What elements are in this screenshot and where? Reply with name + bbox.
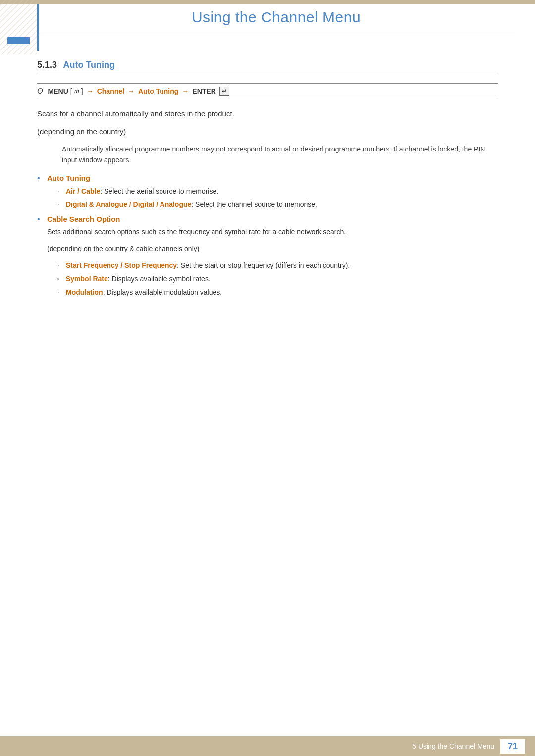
- sub-item-symbol-rate: Symbol Rate: Displays available symbol r…: [57, 274, 498, 284]
- section-title: Auto Tuning: [63, 60, 115, 70]
- sub-item-digital-analogue: Digital & Analogue / Digital / Analogue:…: [57, 200, 498, 210]
- air-cable-highlight: Air / Cable: [66, 187, 100, 195]
- cable-search-desc2: (depending on the country & cable channe…: [47, 243, 498, 254]
- left-accent-bar: [37, 4, 39, 51]
- sub-item-start-freq: Start Frequency / Stop Frequency: Set th…: [57, 260, 498, 271]
- section-heading: 5.1.3 Auto Tuning: [37, 60, 498, 73]
- m-symbol: m: [74, 87, 79, 95]
- footer: 5 Using the Channel Menu 71: [0, 736, 535, 756]
- list-item-cable-search: Cable Search Option Sets additional sear…: [37, 215, 498, 298]
- body-text-1: Scans for a channel automatically and st…: [37, 108, 498, 120]
- modulation-text: : Displays available modulation values.: [103, 288, 222, 296]
- cable-search-sub-list: Start Frequency / Stop Frequency: Set th…: [57, 260, 498, 298]
- list-item-auto-tuning: Auto Tuning Air / Cable: Select the aeri…: [37, 174, 498, 210]
- arrow2: →: [128, 87, 135, 95]
- digital-analogue-text: : Select the channel source to memorise.: [191, 201, 317, 208]
- arrow1: →: [87, 87, 94, 95]
- digital-analogue-highlight: Digital & Analogue / Digital / Analogue: [66, 201, 191, 208]
- svg-rect-2: [7, 37, 30, 44]
- indent-note: Automatically allocated programme number…: [62, 144, 498, 166]
- svg-rect-1: [0, 0, 37, 54]
- main-content: 5.1.3 Auto Tuning O MENU [ m ] → Channel…: [37, 35, 498, 298]
- page-number: 71: [500, 739, 525, 754]
- bracket-close: ]: [81, 87, 83, 95]
- menu-o-icon: O: [37, 87, 43, 96]
- symbol-rate-highlight: Symbol Rate: [66, 275, 108, 283]
- page-header: Using the Channel Menu: [37, 0, 515, 35]
- main-bullet-list: Auto Tuning Air / Cable: Select the aeri…: [37, 174, 498, 298]
- menu-label: MENU: [48, 87, 68, 95]
- auto-tuning-label: Auto Tuning: [47, 174, 90, 182]
- modulation-highlight: Modulation: [66, 288, 103, 296]
- air-cable-text: : Select the aerial source to memorise.: [100, 187, 218, 195]
- top-stripe: [0, 0, 535, 4]
- start-freq-text: : Set the start or stop frequency (diffe…: [177, 261, 350, 269]
- start-freq-highlight: Start Frequency / Stop Frequency: [66, 261, 177, 269]
- sub-item-modulation: Modulation: Displays available modulatio…: [57, 287, 498, 298]
- bracket-open: [: [70, 87, 72, 95]
- cable-search-label: Cable Search Option: [47, 215, 120, 223]
- body-text-2: (depending on the country): [37, 126, 498, 138]
- enter-label: ENTER: [192, 87, 215, 95]
- enter-icon: ↵: [219, 87, 229, 96]
- sub-item-air-cable: Air / Cable: Select the aerial source to…: [57, 186, 498, 197]
- footer-text: 5 Using the Channel Menu: [412, 742, 494, 750]
- channel-link: Channel: [97, 87, 124, 95]
- arrow3: →: [182, 87, 189, 95]
- left-decoration: [0, 0, 37, 54]
- page-title: Using the Channel Menu: [37, 9, 515, 26]
- cable-search-desc: Sets additional search options such as t…: [47, 226, 498, 237]
- auto-tuning-link: Auto Tuning: [138, 87, 178, 95]
- symbol-rate-text: : Displays available symbol rates.: [108, 275, 211, 283]
- section-number: 5.1.3: [37, 60, 57, 70]
- menu-path: O MENU [ m ] → Channel → Auto Tuning → E…: [37, 83, 498, 99]
- auto-tuning-sub-list: Air / Cable: Select the aerial source to…: [57, 186, 498, 210]
